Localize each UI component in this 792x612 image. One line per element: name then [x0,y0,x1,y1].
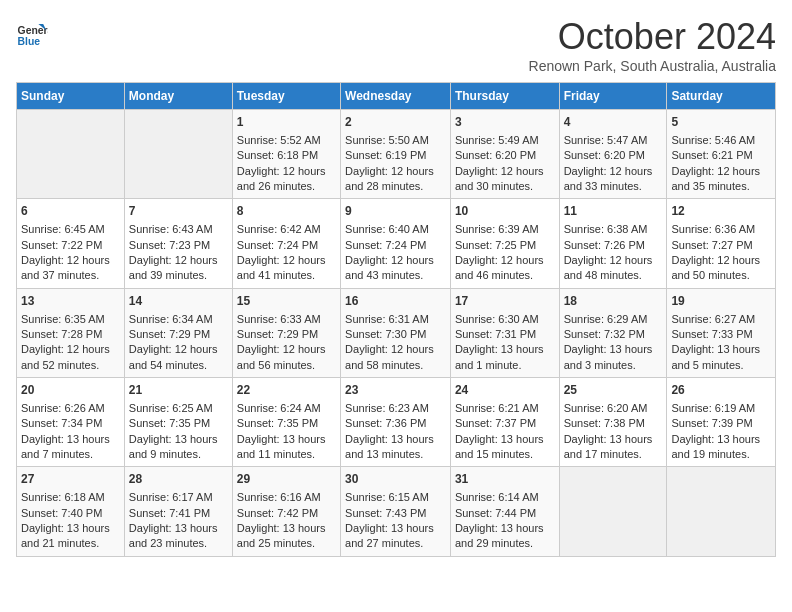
sunrise-text: Sunrise: 6:21 AM [455,402,539,414]
calendar-week-row: 1Sunrise: 5:52 AMSunset: 6:18 PMDaylight… [17,110,776,199]
sunset-text: Sunset: 7:26 PM [564,239,645,251]
calendar-cell: 14Sunrise: 6:34 AMSunset: 7:29 PMDayligh… [124,288,232,377]
day-number: 5 [671,114,771,131]
sunrise-text: Sunrise: 6:35 AM [21,313,105,325]
calendar-cell: 25Sunrise: 6:20 AMSunset: 7:38 PMDayligh… [559,378,667,467]
daylight-text: Daylight: 13 hours and 23 minutes. [129,522,218,549]
sunset-text: Sunset: 7:27 PM [671,239,752,251]
calendar-cell: 2Sunrise: 5:50 AMSunset: 6:19 PMDaylight… [341,110,451,199]
daylight-text: Daylight: 13 hours and 7 minutes. [21,433,110,460]
sunset-text: Sunset: 7:33 PM [671,328,752,340]
daylight-text: Daylight: 12 hours and 52 minutes. [21,343,110,370]
daylight-text: Daylight: 12 hours and 28 minutes. [345,165,434,192]
calendar-cell: 3Sunrise: 5:49 AMSunset: 6:20 PMDaylight… [450,110,559,199]
column-header-saturday: Saturday [667,83,776,110]
calendar-cell [667,467,776,556]
calendar-cell: 31Sunrise: 6:14 AMSunset: 7:44 PMDayligh… [450,467,559,556]
calendar-cell: 29Sunrise: 6:16 AMSunset: 7:42 PMDayligh… [232,467,340,556]
day-number: 23 [345,382,446,399]
sunrise-text: Sunrise: 6:15 AM [345,491,429,503]
sunrise-text: Sunrise: 6:40 AM [345,223,429,235]
sunrise-text: Sunrise: 6:17 AM [129,491,213,503]
day-number: 28 [129,471,228,488]
column-header-thursday: Thursday [450,83,559,110]
sunrise-text: Sunrise: 6:42 AM [237,223,321,235]
sunrise-text: Sunrise: 6:23 AM [345,402,429,414]
calendar-cell: 10Sunrise: 6:39 AMSunset: 7:25 PMDayligh… [450,199,559,288]
day-number: 26 [671,382,771,399]
sunset-text: Sunset: 7:24 PM [345,239,426,251]
calendar-header-row: SundayMondayTuesdayWednesdayThursdayFrid… [17,83,776,110]
calendar-cell [124,110,232,199]
sunrise-text: Sunrise: 6:18 AM [21,491,105,503]
calendar-cell: 6Sunrise: 6:45 AMSunset: 7:22 PMDaylight… [17,199,125,288]
sunset-text: Sunset: 7:22 PM [21,239,102,251]
sunset-text: Sunset: 7:24 PM [237,239,318,251]
day-number: 12 [671,203,771,220]
sunset-text: Sunset: 7:29 PM [237,328,318,340]
column-header-friday: Friday [559,83,667,110]
day-number: 9 [345,203,446,220]
day-number: 18 [564,293,663,310]
column-header-wednesday: Wednesday [341,83,451,110]
sunset-text: Sunset: 6:20 PM [564,149,645,161]
calendar-cell [559,467,667,556]
sunset-text: Sunset: 7:23 PM [129,239,210,251]
day-number: 31 [455,471,555,488]
sunset-text: Sunset: 7:25 PM [455,239,536,251]
day-number: 21 [129,382,228,399]
calendar-cell: 1Sunrise: 5:52 AMSunset: 6:18 PMDaylight… [232,110,340,199]
day-number: 22 [237,382,336,399]
calendar-cell [17,110,125,199]
sunrise-text: Sunrise: 5:46 AM [671,134,755,146]
calendar-cell: 11Sunrise: 6:38 AMSunset: 7:26 PMDayligh… [559,199,667,288]
sunset-text: Sunset: 6:20 PM [455,149,536,161]
sunset-text: Sunset: 7:40 PM [21,507,102,519]
sunrise-text: Sunrise: 5:47 AM [564,134,648,146]
sunrise-text: Sunrise: 6:30 AM [455,313,539,325]
day-number: 20 [21,382,120,399]
daylight-text: Daylight: 13 hours and 3 minutes. [564,343,653,370]
calendar-cell: 21Sunrise: 6:25 AMSunset: 7:35 PMDayligh… [124,378,232,467]
calendar-week-row: 27Sunrise: 6:18 AMSunset: 7:40 PMDayligh… [17,467,776,556]
location-subtitle: Renown Park, South Australia, Australia [529,58,776,74]
day-number: 16 [345,293,446,310]
daylight-text: Daylight: 13 hours and 11 minutes. [237,433,326,460]
day-number: 14 [129,293,228,310]
sunrise-text: Sunrise: 6:38 AM [564,223,648,235]
day-number: 11 [564,203,663,220]
calendar-week-row: 13Sunrise: 6:35 AMSunset: 7:28 PMDayligh… [17,288,776,377]
calendar-table: SundayMondayTuesdayWednesdayThursdayFrid… [16,82,776,557]
sunset-text: Sunset: 6:19 PM [345,149,426,161]
daylight-text: Daylight: 12 hours and 54 minutes. [129,343,218,370]
daylight-text: Daylight: 13 hours and 17 minutes. [564,433,653,460]
calendar-cell: 22Sunrise: 6:24 AMSunset: 7:35 PMDayligh… [232,378,340,467]
calendar-cell: 4Sunrise: 5:47 AMSunset: 6:20 PMDaylight… [559,110,667,199]
sunset-text: Sunset: 7:35 PM [129,417,210,429]
calendar-cell: 26Sunrise: 6:19 AMSunset: 7:39 PMDayligh… [667,378,776,467]
day-number: 29 [237,471,336,488]
page-header: General Blue October 2024 Renown Park, S… [16,16,776,74]
sunset-text: Sunset: 7:37 PM [455,417,536,429]
daylight-text: Daylight: 12 hours and 46 minutes. [455,254,544,281]
calendar-body: 1Sunrise: 5:52 AMSunset: 6:18 PMDaylight… [17,110,776,557]
calendar-cell: 20Sunrise: 6:26 AMSunset: 7:34 PMDayligh… [17,378,125,467]
daylight-text: Daylight: 13 hours and 19 minutes. [671,433,760,460]
day-number: 1 [237,114,336,131]
daylight-text: Daylight: 12 hours and 35 minutes. [671,165,760,192]
sunrise-text: Sunrise: 6:19 AM [671,402,755,414]
sunset-text: Sunset: 7:41 PM [129,507,210,519]
sunrise-text: Sunrise: 6:20 AM [564,402,648,414]
sunset-text: Sunset: 7:31 PM [455,328,536,340]
calendar-cell: 19Sunrise: 6:27 AMSunset: 7:33 PMDayligh… [667,288,776,377]
daylight-text: Daylight: 13 hours and 9 minutes. [129,433,218,460]
calendar-cell: 23Sunrise: 6:23 AMSunset: 7:36 PMDayligh… [341,378,451,467]
column-header-sunday: Sunday [17,83,125,110]
day-number: 3 [455,114,555,131]
day-number: 27 [21,471,120,488]
daylight-text: Daylight: 12 hours and 26 minutes. [237,165,326,192]
column-header-tuesday: Tuesday [232,83,340,110]
daylight-text: Daylight: 12 hours and 50 minutes. [671,254,760,281]
daylight-text: Daylight: 12 hours and 39 minutes. [129,254,218,281]
sunset-text: Sunset: 6:18 PM [237,149,318,161]
